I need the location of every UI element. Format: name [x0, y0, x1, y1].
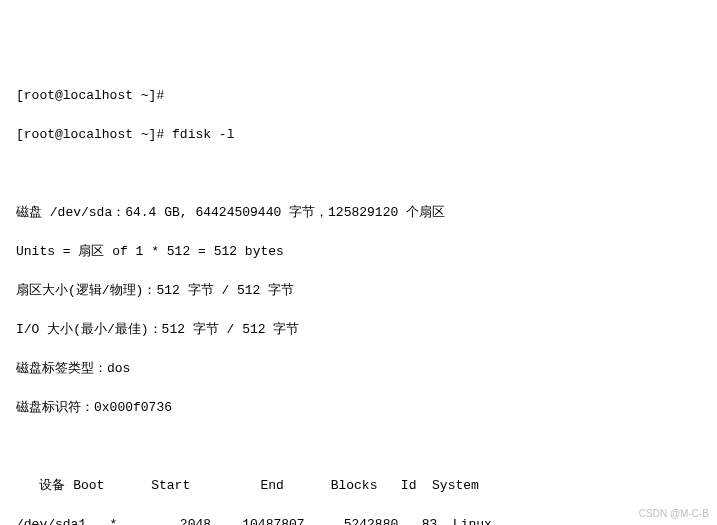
partition-table-header: 设备 Boot Start End Blocks Id System	[16, 478, 479, 493]
prompt-command-line: [root@localhost ~]# fdisk -l	[16, 127, 234, 142]
disk-sda-label-type: 磁盘标签类型：dos	[16, 361, 130, 376]
disk-sda-identifier: 磁盘标识符：0x000f0736	[16, 400, 172, 415]
disk-sda-units: Units = 扇区 of 1 * 512 = 512 bytes	[16, 244, 284, 259]
prompt-line: [root@localhost ~]#	[16, 88, 172, 103]
disk-sda-sector-size: 扇区大小(逻辑/物理)：512 字节 / 512 字节	[16, 283, 294, 298]
partition-table-row: /dev/sda1 * 2048 10487807 5242880 83 Lin…	[16, 517, 492, 525]
disk-sda-header: 磁盘 /dev/sda：64.4 GB, 64424509440 字节，1258…	[16, 205, 445, 220]
disk-sda-io-size: I/O 大小(最小/最佳)：512 字节 / 512 字节	[16, 322, 299, 337]
watermark-text: CSDN @M-C-B	[639, 506, 709, 521]
